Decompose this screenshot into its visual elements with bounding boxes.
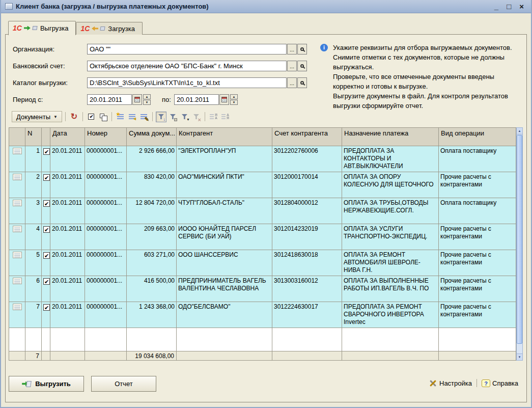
table-row[interactable]: 220.01.2011000000001...830 420,00ОАО"МИН… <box>9 172 516 198</box>
cell-n[interactable]: 4 <box>25 224 42 250</box>
col-operation[interactable]: Вид операции <box>439 128 516 146</box>
cell-operation[interactable]: Прочие расчеты с контрагентами <box>439 224 516 250</box>
cell-n[interactable]: 7 <box>25 302 42 328</box>
filter-history-icon[interactable]: ▼ <box>179 112 190 122</box>
cell-account[interactable]: 3012804000012 <box>272 198 342 224</box>
table-row[interactable]: 720.01.2011000000001...1 243 368,00ОДО"Б… <box>9 302 516 328</box>
maximize-button[interactable]: □ <box>507 3 511 10</box>
cell-number[interactable]: 000000001... <box>85 276 127 302</box>
cell-row-icon[interactable] <box>9 250 25 276</box>
cell-counterparty[interactable]: "ЭЛЕКТРОПЛАН"УП <box>177 146 272 172</box>
cell-date[interactable]: 20.01.2011 <box>50 146 85 172</box>
scroll-down-icon[interactable] <box>517 353 522 360</box>
cell-number[interactable]: 000000001... <box>85 302 127 328</box>
tab-zagruzka[interactable]: 1С Загрузка <box>76 22 142 35</box>
cell-operation[interactable]: Оплата поставщику <box>439 146 516 172</box>
col-account[interactable]: Счет контрагента <box>272 128 342 146</box>
table-row[interactable]: 120.01.2011000000001...2 926 666,00"ЭЛЕК… <box>9 146 516 172</box>
cell-date[interactable]: 20.01.2011 <box>50 224 85 250</box>
list-edit-icon[interactable]: ✎ <box>138 112 149 122</box>
cell-n[interactable]: 2 <box>25 172 42 198</box>
spin-down-icon[interactable] <box>230 100 238 105</box>
vertical-scrollbar[interactable] <box>516 127 523 361</box>
spin-down-icon[interactable] <box>143 100 151 105</box>
cell-checkbox[interactable] <box>42 276 50 302</box>
period-from-spinner[interactable] <box>143 94 151 105</box>
row-checkbox[interactable] <box>43 304 50 311</box>
filter-value-icon[interactable] <box>167 112 178 122</box>
cell-amount[interactable]: 1 243 368,00 <box>127 302 177 328</box>
cell-account[interactable]: 3013003160012 <box>272 276 342 302</box>
period-from-input[interactable] <box>87 94 132 105</box>
period-to-calendar-button[interactable] <box>219 94 229 105</box>
cell-purpose[interactable]: ПРЕДОПЛАТА ЗА КОНТАКТОРЫ И АВТ.ВЫКЛЮЧАТЕ… <box>342 146 439 172</box>
cell-date[interactable]: 20.01.2011 <box>50 276 85 302</box>
table-row[interactable]: 420.01.2011000000001...209 663,00ИООО ЮН… <box>9 224 516 250</box>
refresh-icon[interactable]: ↻ <box>69 112 79 122</box>
cell-checkbox[interactable] <box>42 224 50 250</box>
cell-checkbox[interactable] <box>42 302 50 328</box>
cell-operation[interactable]: Оплата поставщику <box>439 198 516 224</box>
cell-operation[interactable]: Прочие расчеты с контрагентами <box>439 302 516 328</box>
organization-search-button[interactable] <box>297 44 307 55</box>
scrollbar-thumb[interactable] <box>517 135 522 344</box>
col-amount[interactable]: Сумма докум... <box>127 128 177 146</box>
cell-purpose[interactable]: ОПЛАТА ЗА УСЛУГИ ТРАНСПОРТНО-ЭКСПЕДИЦ. <box>342 224 439 250</box>
cell-checkbox[interactable] <box>42 198 50 224</box>
cell-amount[interactable]: 416 500,00 <box>127 276 177 302</box>
tab-vygruzka[interactable]: 1С Выгрузка <box>8 21 76 35</box>
export-catalog-search-button[interactable] <box>297 77 307 88</box>
row-checkbox[interactable] <box>43 174 50 181</box>
table-row[interactable]: 320.01.2011000000001...12 804 720,00ЧТУП… <box>9 198 516 224</box>
cell-number[interactable]: 000000001... <box>85 146 127 172</box>
close-button[interactable]: × <box>519 3 524 10</box>
cell-counterparty[interactable]: ИООО ЮНАЙТЕД ПАРСЕЛ СЕРВИС (БИ УАЙ) <box>177 224 272 250</box>
col-counterparty[interactable]: Контрагент <box>177 128 272 146</box>
cell-amount[interactable]: 12 804 720,00 <box>127 198 177 224</box>
cell-n[interactable]: 6 <box>25 276 42 302</box>
cell-amount[interactable]: 2 926 666,00 <box>127 146 177 172</box>
table-row[interactable]: 520.01.2011000000001...603 271,00ООО ШАН… <box>9 250 516 276</box>
organization-ellipsis-button[interactable]: ... <box>287 44 297 55</box>
export-catalog-ellipsis-button[interactable]: ... <box>287 77 297 88</box>
list-arrow-icon[interactable]: ◄ <box>127 112 137 122</box>
table-row[interactable]: 620.01.2011000000001...416 500,00ПРЕДПРИ… <box>9 276 516 302</box>
sort-asc-icon[interactable]: АЯ <box>220 112 231 122</box>
cell-account[interactable]: 3012000170014 <box>272 172 342 198</box>
row-checkbox[interactable] <box>43 278 50 285</box>
report-button[interactable]: Отчет <box>91 376 156 392</box>
cell-operation[interactable]: Прочие расчеты с контрагентами <box>439 172 516 198</box>
row-checkbox[interactable] <box>43 200 50 207</box>
bank-account-input[interactable] <box>87 61 287 71</box>
cell-account[interactable]: 3012418630018 <box>272 250 342 276</box>
cell-n[interactable]: 1 <box>25 146 42 172</box>
cell-amount[interactable]: 603 271,00 <box>127 250 177 276</box>
cell-operation[interactable]: Прочие расчеты с контрагентами <box>439 276 516 302</box>
filter-icon[interactable]: ↓ <box>156 112 166 122</box>
col-purpose[interactable]: Назначение платежа <box>342 128 439 146</box>
spin-up-icon[interactable] <box>143 94 151 99</box>
cell-account[interactable]: 3012202760006 <box>272 146 342 172</box>
cell-counterparty[interactable]: ПРЕДПРИНИМАТЕЛЬ ВАГЕЛЬ ВАЛЕНТИНА ЧЕСЛАВО… <box>177 276 272 302</box>
cell-date[interactable]: 20.01.2011 <box>50 302 85 328</box>
cell-n[interactable]: 5 <box>25 250 42 276</box>
cell-counterparty[interactable]: ООО ШАНССЕРВИС <box>177 250 272 276</box>
list-star-icon[interactable]: ★ <box>115 112 126 122</box>
minimize-button[interactable]: _ <box>494 3 498 10</box>
sort-desc-icon[interactable]: ЯА <box>208 112 219 122</box>
cell-purpose[interactable]: ОПЛАТА ЗА ОПОРУ КОЛЕСНУЮ ДЛЯ ЩЕТОЧНОГО <box>342 172 439 198</box>
cell-purpose[interactable]: ОПЛАТА ЗА ВЫПОЛНЕННЫЕ РАБОТЫ ИП.ВАГЕЛЬ В… <box>342 276 439 302</box>
filter-clear-icon[interactable]: × <box>191 112 202 122</box>
cell-row-icon[interactable] <box>9 224 25 250</box>
cell-counterparty[interactable]: ОДО"БЕЛСВАМО" <box>177 302 272 328</box>
help-link[interactable]: Справка <box>482 379 518 387</box>
period-to-input[interactable] <box>174 94 219 105</box>
cell-row-icon[interactable] <box>9 198 25 224</box>
col-n[interactable]: N <box>25 128 42 146</box>
cell-checkbox[interactable] <box>42 172 50 198</box>
row-checkbox[interactable] <box>43 226 50 233</box>
cell-number[interactable]: 000000001... <box>85 198 127 224</box>
cell-row-icon[interactable] <box>9 302 25 328</box>
cell-purpose[interactable]: ОПЛАТА ЗА РЕМОНТ АВТОМОБИЛЯ ШЕВРОЛЕ-НИВА… <box>342 250 439 276</box>
settings-link[interactable]: Настройка <box>429 379 472 387</box>
